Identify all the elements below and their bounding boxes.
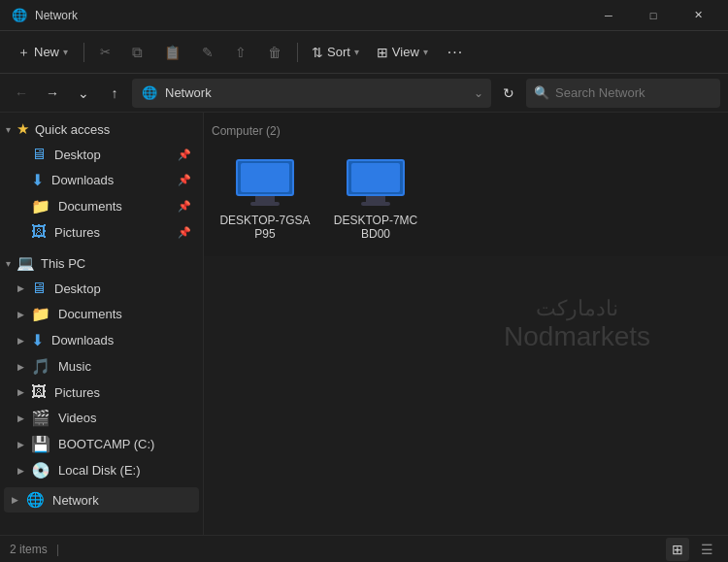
statusbar-count: 2 items |: [10, 543, 59, 556]
titlebar-title: Network: [35, 9, 78, 22]
back-button[interactable]: ←: [8, 80, 35, 107]
rename-icon: ✎: [202, 45, 214, 60]
up-button[interactable]: ↑: [101, 80, 128, 107]
sidebar-item-pictures-pc[interactable]: ▶ 🖼 Pictures: [4, 380, 199, 405]
pin-icon-2: 📌: [178, 174, 191, 186]
refresh-button[interactable]: ↻: [495, 80, 522, 107]
close-button[interactable]: ✕: [676, 0, 720, 31]
monitor-screen-2: [351, 163, 400, 192]
pictures-icon: 🖼: [31, 223, 47, 241]
cut-button[interactable]: ✂: [90, 37, 120, 68]
localdisk-icon: 💿: [31, 461, 50, 479]
view-chevron-icon: ▾: [423, 47, 428, 57]
delete-button[interactable]: 🗑: [258, 37, 291, 68]
expand-arrow-icon-2: ▶: [17, 310, 24, 319]
titlebar-controls: ─ □ ✕: [586, 0, 720, 31]
computer-icon-1: [236, 159, 294, 208]
sidebar-item-bootcamp[interactable]: ▶ 💾 BOOTCAMP (C:): [4, 431, 199, 457]
desktop-pc-icon: 🖥: [31, 280, 47, 297]
main-layout: ▾ ★ Quick access 🖥 Desktop 📌 ⬇ Downloads…: [0, 113, 728, 535]
expand-button[interactable]: ⌄: [70, 80, 97, 107]
sidebar-downloads-label: Downloads: [51, 173, 114, 187]
thispc-chevron-icon: ▾: [6, 258, 11, 269]
computer-label-2: DESKTOP-7MCBD00: [330, 214, 421, 241]
network-label: Network: [52, 493, 99, 508]
paste-button[interactable]: 📋: [154, 37, 190, 68]
view-dropdown[interactable]: ⊞ View ▾: [369, 37, 436, 68]
quick-access-chevron-icon: ▾: [6, 124, 11, 135]
thispc-header[interactable]: ▾ 💻 This PC: [0, 250, 203, 276]
toolbar-separator-1: [83, 43, 84, 62]
thispc-label: This PC: [41, 256, 85, 271]
monitor-body-1: [236, 159, 294, 196]
music-icon: 🎵: [31, 357, 50, 376]
sidebar-item-network[interactable]: ▶ 🌐 Network: [4, 487, 199, 512]
sort-dropdown[interactable]: ⇅ Sort ▾: [304, 37, 367, 68]
more-button[interactable]: ···: [438, 37, 473, 68]
maximize-button[interactable]: □: [631, 0, 676, 31]
sidebar-item-documents-quick[interactable]: 📁 Documents 📌: [4, 193, 199, 219]
monitor-base-1: [250, 202, 280, 206]
downloads-icon: ⬇: [31, 171, 44, 189]
sidebar-item-downloads-quick[interactable]: ⬇ Downloads 📌: [4, 167, 199, 193]
new-chevron-icon: ▾: [63, 47, 68, 57]
delete-icon: 🗑: [268, 45, 281, 60]
sidebar-item-desktop-quick[interactable]: 🖥 Desktop 📌: [4, 142, 199, 167]
sidebar: ▾ ★ Quick access 🖥 Desktop 📌 ⬇ Downloads…: [0, 113, 204, 535]
file-grid: DESKTOP-7GSAP95 DESKTOP-7MCBD00: [212, 151, 720, 248]
sidebar-pictures-label: Pictures: [54, 225, 100, 240]
content-area: Computer (2) DESKTOP-7GSAP95: [204, 113, 728, 256]
sidebar-item-documents-pc[interactable]: ▶ 📁 Documents: [4, 301, 199, 327]
sidebar-item-music-pc[interactable]: ▶ 🎵 Music: [4, 353, 199, 380]
list-view-button[interactable]: ☰: [695, 538, 718, 561]
expand-arrow-icon-4: ▶: [17, 362, 24, 372]
quick-access-header[interactable]: ▾ ★ Quick access: [0, 116, 203, 142]
network-icon: 🌐: [26, 491, 45, 509]
monitor-body-2: [347, 159, 405, 196]
sidebar-desktop-label: Desktop: [54, 148, 101, 162]
address-icon: 🌐: [140, 83, 159, 103]
monitor-screen-1: [241, 163, 289, 192]
titlebar-icon: 🌐: [12, 8, 27, 23]
sidebar-item-videos-pc[interactable]: ▶ 🎬 Videos: [4, 405, 199, 431]
paste-icon: 📋: [164, 45, 181, 60]
monitor-base-2: [361, 202, 390, 206]
address-box[interactable]: 🌐 Network ⌄: [132, 79, 491, 108]
sort-chevron-icon: ▾: [354, 47, 359, 57]
new-icon: ＋: [17, 44, 30, 61]
computer-item-1[interactable]: DESKTOP-7GSAP95: [212, 151, 318, 248]
thispc-icon: 💻: [17, 254, 35, 272]
new-label: New: [34, 45, 59, 59]
expand-arrow-icon-7: ▶: [17, 440, 24, 449]
new-button[interactable]: ＋ New ▾: [8, 37, 78, 68]
share-icon: ⇧: [235, 45, 247, 60]
address-chevron-icon[interactable]: ⌄: [474, 86, 483, 100]
bootcamp-icon: 💾: [31, 435, 50, 453]
grid-view-button[interactable]: ⊞: [666, 538, 689, 561]
sidebar-item-pictures-quick[interactable]: 🖼 Pictures 📌: [4, 219, 199, 245]
sidebar-documents-label: Documents: [58, 199, 122, 214]
pictures-pc-icon: 🖼: [31, 383, 47, 401]
search-box[interactable]: 🔍: [526, 79, 720, 108]
minimize-button[interactable]: ─: [586, 0, 631, 31]
view-label: View: [392, 45, 419, 59]
sidebar-item-localdisk[interactable]: ▶ 💿 Local Disk (E:): [4, 457, 199, 483]
search-icon: 🔍: [534, 85, 549, 100]
share-button[interactable]: ⇧: [225, 37, 256, 68]
forward-button[interactable]: →: [39, 80, 66, 107]
search-input[interactable]: [555, 85, 691, 100]
sidebar-item-downloads-pc[interactable]: ▶ ⬇ Downloads: [4, 327, 199, 353]
computer-item-2[interactable]: DESKTOP-7MCBD00: [322, 151, 429, 248]
rename-button[interactable]: ✎: [192, 37, 223, 68]
toolbar-separator-2: [297, 43, 298, 62]
address-text: Network: [165, 85, 468, 100]
section-label: Computer (2): [212, 120, 720, 142]
expand-arrow-icon-6: ▶: [17, 413, 24, 423]
more-icon: ···: [447, 44, 463, 61]
expand-arrow-icon-8: ▶: [17, 466, 24, 476]
item-count-label: 2 items: [10, 543, 48, 556]
sidebar-item-desktop-pc[interactable]: ▶ 🖥 Desktop: [4, 276, 199, 301]
content-wrapper: Computer (2) DESKTOP-7GSAP95: [204, 113, 728, 535]
copy-button[interactable]: ⧉: [122, 37, 152, 68]
documents-icon: 📁: [31, 197, 50, 215]
